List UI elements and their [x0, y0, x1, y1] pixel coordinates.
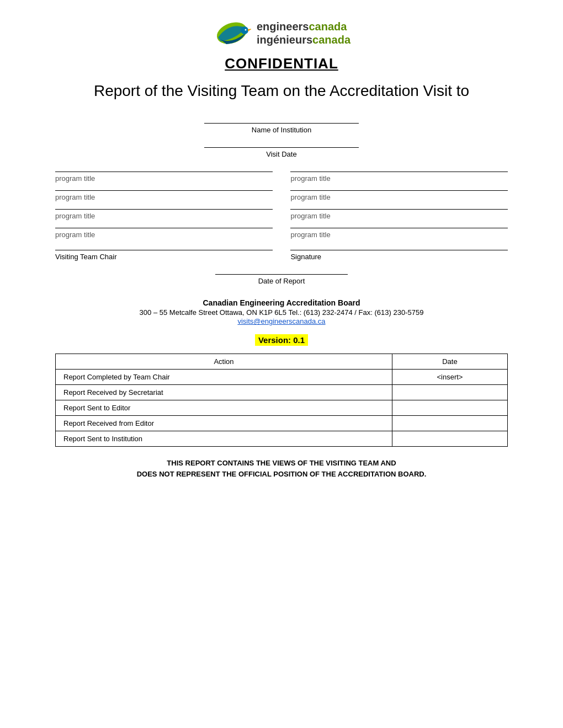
program-line [290, 190, 508, 191]
program-row-3: program title program title [55, 209, 508, 220]
svg-point-1 [241, 26, 248, 34]
visit-date-label: Visit Date [266, 150, 296, 158]
sig-line-signature [290, 250, 508, 250]
sig-row: Visiting Team Chair Signature [55, 250, 508, 261]
program-line [290, 172, 508, 172]
logo-engineers-suffix: canada [309, 20, 347, 33]
table-row: Report Received by Secretariat [56, 385, 508, 400]
org-name: Canadian Engineering Accreditation Board [55, 298, 508, 307]
table-cell-action: Report Completed by Team Chair [56, 370, 392, 385]
table-row: Report Sent to Editor [56, 400, 508, 416]
version-text: Version: 0.1 [255, 334, 308, 346]
sig-label-chair: Visiting Team Chair [55, 253, 273, 261]
logo-engineers-prefix: engineers [257, 20, 309, 33]
table-cell-action: Report Sent to Institution [56, 431, 392, 447]
logo-text: engineerscanada ingénieurscanada [257, 20, 350, 46]
table-cell-action: Report Received by Secretariat [56, 385, 392, 400]
program-label-2-2: program title [290, 193, 508, 201]
svg-marker-2 [248, 29, 251, 31]
program-line [290, 209, 508, 210]
table-col-date: Date [392, 354, 507, 370]
program-col-2-2: program title [290, 190, 508, 201]
institution-line [204, 123, 359, 124]
table-row: Report Sent to Institution [56, 431, 508, 447]
program-line [55, 209, 273, 210]
program-col-1-1: program title [55, 172, 273, 183]
program-col-3-1: program title [55, 209, 273, 220]
table-cell-date [392, 416, 507, 431]
institution-field-block: Name of Institution [55, 123, 508, 134]
report-title: Report of the Visiting Team on the Accre… [55, 81, 508, 101]
table-cell-date [392, 431, 507, 447]
program-label-1-1: program title [55, 174, 273, 183]
sig-label-signature: Signature [290, 253, 508, 261]
logo-ingenieurs-suffix: canada [312, 34, 350, 46]
program-label-2-1: program title [55, 193, 273, 201]
disclaimer: THIS REPORT CONTAINS THE VIEWS OF THE VI… [55, 458, 508, 479]
program-row-2: program title program title [55, 190, 508, 201]
logo-ingenieurs-prefix: ingénieurs [257, 34, 312, 46]
program-line [55, 190, 273, 191]
confidential-title: CONFIDENTIAL [55, 55, 508, 72]
program-label-4-2: program title [290, 231, 508, 239]
table-row: Report Received from Editor [56, 416, 508, 431]
program-col-4-2: program title [290, 228, 508, 239]
programs-section: program title program title program titl… [55, 172, 508, 239]
date-report-block: Date of Report [55, 274, 508, 285]
visit-date-field-block: Visit Date [55, 147, 508, 158]
date-report-label: Date of Report [258, 277, 305, 285]
table-cell-action: Report Sent to Editor [56, 400, 392, 416]
program-label-4-1: program title [55, 231, 273, 239]
program-col-4-1: program title [55, 228, 273, 239]
table-cell-date: <insert> [392, 370, 507, 385]
table-col-action: Action [56, 354, 392, 370]
sig-col-signature: Signature [290, 250, 508, 261]
table-cell-date [392, 385, 507, 400]
program-line [290, 228, 508, 228]
program-label-3-1: program title [55, 212, 273, 220]
disclaimer-line1: THIS REPORT CONTAINS THE VIEWS OF THE VI… [55, 458, 508, 469]
version-block: Version: 0.1 [55, 334, 508, 346]
program-row-4: program title program title [55, 228, 508, 239]
program-line [55, 228, 273, 228]
footer-address: Canadian Engineering Accreditation Board… [55, 298, 508, 325]
program-col-2-1: program title [55, 190, 273, 201]
address-line: 300 – 55 Metcalfe Street Ottawa, ON K1P … [55, 308, 508, 317]
program-row-1: program title program title [55, 172, 508, 183]
program-label-1-2: program title [290, 174, 508, 183]
visit-date-line [204, 147, 359, 148]
program-line [55, 172, 273, 172]
program-col-3-2: program title [290, 209, 508, 220]
institution-label: Name of Institution [252, 126, 311, 134]
action-table: Action Date Report Completed by Team Cha… [55, 354, 508, 447]
program-col-1-2: program title [290, 172, 508, 183]
table-cell-date [392, 400, 507, 416]
logo-bird-icon [213, 17, 251, 50]
svg-point-3 [245, 29, 246, 31]
sig-col-chair: Visiting Team Chair [55, 250, 273, 261]
disclaimer-line2: DOES NOT REPRESENT THE OFFICIAL POSITION… [55, 469, 508, 480]
program-label-3-2: program title [290, 212, 508, 220]
signature-section: Visiting Team Chair Signature [55, 250, 508, 261]
table-row: Report Completed by Team Chair<insert> [56, 370, 508, 385]
sig-line-chair [55, 250, 273, 250]
date-report-line [215, 274, 348, 275]
table-cell-action: Report Received from Editor [56, 416, 392, 431]
logo-area: engineerscanada ingénieurscanada [55, 17, 508, 50]
email-link[interactable]: visits@engineerscanada.ca [237, 317, 325, 325]
